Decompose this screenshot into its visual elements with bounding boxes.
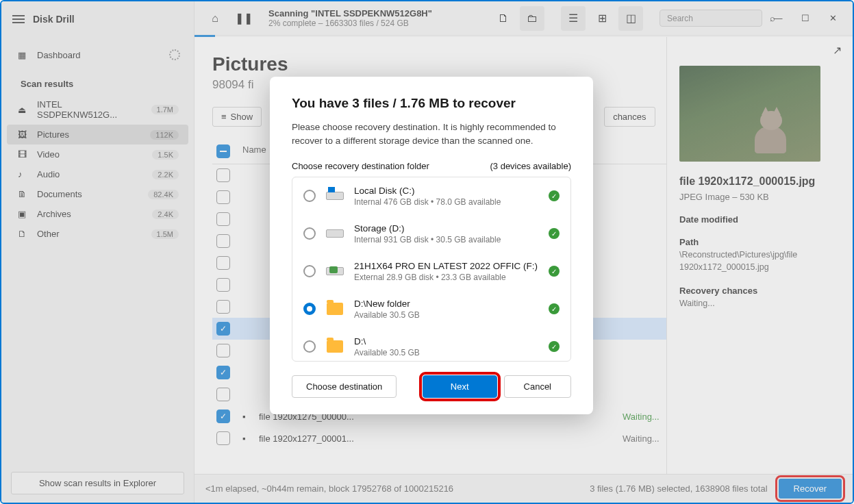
check-icon: ✓ (549, 190, 560, 201)
choose-destination-button[interactable]: Choose destination (292, 375, 397, 398)
cancel-button[interactable]: Cancel (504, 375, 571, 398)
destination-title: 21H1X64 PRO EN LATEST 2022 OFFIC (F:) (354, 261, 539, 271)
destination-option[interactable]: D:\Available 30.5 GB✓ (292, 328, 570, 362)
devices-count: (3 devices available) (490, 161, 571, 171)
destination-radio[interactable] (303, 303, 316, 315)
folder-icon (327, 340, 343, 353)
destination-option[interactable]: 21H1X64 PRO EN LATEST 2022 OFFIC (F:)Ext… (292, 253, 570, 290)
check-icon: ✓ (549, 341, 560, 352)
destination-radio[interactable] (303, 190, 316, 202)
destination-radio[interactable] (303, 227, 316, 240)
next-button[interactable]: Next (423, 375, 497, 398)
destination-subtitle: External 28.9 GB disk • 23.3 GB availabl… (354, 273, 539, 282)
disk-icon (326, 192, 344, 200)
destination-subtitle: Available 30.5 GB (354, 348, 539, 357)
destination-option[interactable]: D:\New folderAvailable 30.5 GB✓ (292, 290, 570, 328)
folder-icon (327, 303, 343, 315)
recovery-destination-modal: You have 3 files / 1.76 MB to recover Pl… (270, 77, 593, 414)
destination-title: Local Disk (C:) (354, 186, 539, 196)
destination-option[interactable]: Local Disk (C:)Internal 476 GB disk • 78… (292, 177, 570, 215)
destination-subtitle: Available 30.5 GB (354, 310, 539, 320)
disk-icon (326, 267, 344, 275)
choose-folder-label: Choose recovery destination folder (292, 161, 429, 171)
modal-description: Please choose recovery destination. It i… (292, 121, 571, 149)
disk-icon (326, 229, 344, 238)
modal-title: You have 3 files / 1.76 MB to recover (292, 96, 571, 111)
destination-radio[interactable] (303, 340, 316, 353)
destination-title: Storage (D:) (354, 223, 539, 234)
check-icon: ✓ (549, 228, 560, 239)
destination-subtitle: Internal 931 GB disk • 30.5 GB available (354, 235, 539, 244)
destination-subtitle: Internal 476 GB disk • 78.0 GB available (354, 197, 539, 207)
destination-radio[interactable] (303, 265, 316, 277)
destination-list[interactable]: Local Disk (C:)Internal 476 GB disk • 78… (292, 177, 571, 362)
destination-option[interactable]: Storage (D:)Internal 931 GB disk • 30.5 … (292, 215, 570, 253)
destination-title: D:\New folder (354, 299, 539, 309)
check-icon: ✓ (549, 266, 560, 277)
destination-title: D:\ (354, 336, 539, 346)
check-icon: ✓ (549, 303, 560, 314)
